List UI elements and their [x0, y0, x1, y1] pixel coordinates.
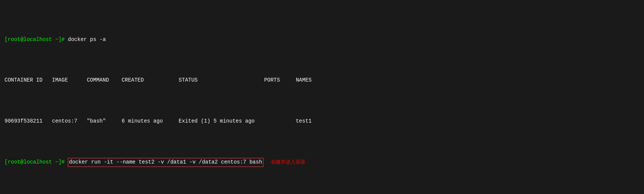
- line-1: [root@localhost ~]# docker ps -a: [5, 36, 639, 44]
- prompt-1: [root@localhost ~]#: [5, 36, 65, 44]
- space-4: [65, 158, 68, 167]
- line-3: 90693f538211 centos:7 "bash" 6 minutes a…: [5, 117, 639, 126]
- line-2: CONTAINER ID IMAGE COMMAND CREATED STATU…: [5, 76, 639, 85]
- annotation-4: 创建并进入容器: [271, 159, 305, 166]
- header-row: CONTAINER ID IMAGE COMMAND CREATED STATU…: [5, 76, 312, 85]
- prompt-4: [root@localhost ~]#: [5, 158, 65, 167]
- container-row: 90693f538211 centos:7 "bash" 6 minutes a…: [5, 117, 312, 126]
- cmd-1: docker ps -a: [65, 36, 106, 44]
- line-4: [root@localhost ~]# docker run -it --nam…: [5, 158, 639, 167]
- terminal-window: [root@localhost ~]# docker ps -a CONTAIN…: [5, 3, 639, 194]
- cmd-4-boxed: docker run -it --name test2 -v /data1 -v…: [68, 158, 263, 167]
